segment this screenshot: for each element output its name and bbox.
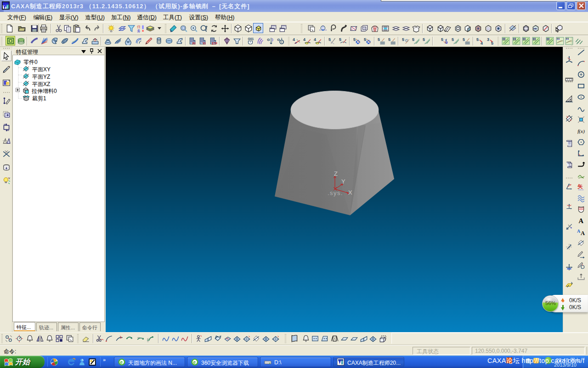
svg-text:.sys.: .sys. — [328, 190, 343, 196]
svg-text:X: X — [348, 189, 352, 196]
svg-text:Y: Y — [341, 178, 345, 185]
svg-text:e: e — [193, 360, 196, 365]
svg-text:Z: Z — [334, 170, 338, 177]
svg-text:e: e — [120, 360, 123, 365]
